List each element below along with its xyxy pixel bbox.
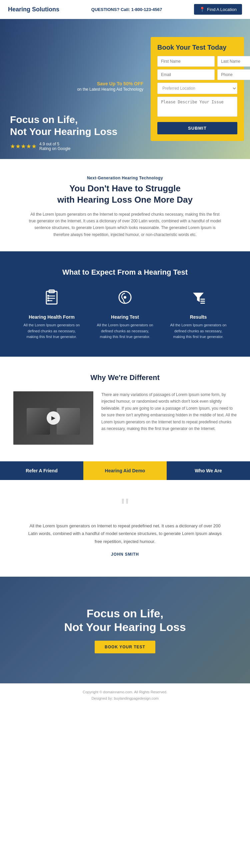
testimonial-author: JOHN SMITH — [27, 552, 223, 557]
intro-body: All the Lorem Ipsum generators on the In… — [27, 211, 223, 238]
svg-point-9 — [124, 296, 126, 299]
booking-card: Book Your Test Today Preferred Location … — [151, 37, 244, 141]
phone-input[interactable] — [217, 69, 250, 80]
why-section: Why We're Different ▶ How to buy the bes… — [0, 356, 250, 461]
svg-marker-10 — [193, 293, 204, 302]
feature-results: Results All the Lorem Ipsum generators o… — [168, 289, 228, 340]
feature-hearing-test-name: Hearing Test — [95, 314, 155, 320]
why-body: There are many variations of passages of… — [101, 391, 237, 432]
feature-health-form-desc: All the Lorem Ipsum generators on define… — [22, 322, 82, 340]
hero-left: Save Up To 50% OFF on the Latest Hearing… — [0, 19, 150, 159]
hero-content: Save Up To 50% OFF on the Latest Hearing… — [0, 19, 250, 159]
hero2-title: Focus on Life, Not Your Hearing Loss — [64, 607, 186, 634]
email-input[interactable] — [157, 69, 215, 80]
testimonial-section: " All the Lorem Ipsum generators on Inte… — [0, 480, 250, 577]
svg-rect-5 — [47, 295, 49, 297]
why-title: Why We're Different — [13, 373, 237, 382]
pin-icon: 📍 — [199, 7, 205, 12]
quote-mark-icon: " — [27, 500, 223, 514]
last-name-input[interactable] — [217, 56, 250, 67]
hero2-content: Focus on Life, Not Your Hearing Loss BOO… — [64, 607, 186, 653]
intro-tag: Next-Generation Hearing Technology — [27, 176, 223, 180]
logo: Hearing Solutions — [8, 6, 59, 13]
first-name-input[interactable] — [157, 56, 215, 67]
video-thumbnail[interactable]: ▶ How to buy the best hearing aid fo... … — [13, 391, 93, 445]
svg-rect-7 — [47, 300, 49, 301]
features-title: What to Expect From a Hearing Test — [13, 268, 237, 277]
features-section: What to Expect From a Hearing Test Heari… — [0, 251, 250, 356]
svg-rect-11 — [200, 299, 205, 300]
contact-row — [157, 69, 237, 80]
phone-label: QUESTIONS? Call: — [91, 7, 130, 12]
nav-tabs: Refer A Friend Hearing Aid Demo Who We A… — [0, 461, 250, 480]
ear-icon — [95, 289, 155, 310]
save-text: Save Up To 50% OFF — [10, 81, 143, 86]
name-row — [157, 56, 237, 67]
clipboard-icon — [22, 289, 82, 310]
phone-number: 1-800-123-4567 — [131, 7, 162, 12]
hero-rating: ★★★★★ 4.9 out of 5 Rating on Google — [10, 142, 143, 151]
feature-hearing-test-desc: All the Lorem Ipsum generators on define… — [95, 322, 155, 340]
features-row: Hearing Health Form All the Lorem Ipsum … — [13, 289, 237, 340]
issue-textarea[interactable] — [157, 97, 237, 117]
rating-text: 4.9 out of 5 Rating on Google — [39, 142, 70, 151]
video-inner: ▶ — [13, 391, 93, 445]
intro-title: You Don't Have to Strugglewith Hearing L… — [27, 183, 223, 206]
hero2-section: Focus on Life, Not Your Hearing Loss BOO… — [0, 577, 250, 683]
tab-hearing-aid-demo[interactable]: Hearing Aid Demo — [83, 461, 167, 480]
footer-designed-by: Designed by: buylandingpagedesign.com — [5, 695, 245, 702]
svg-rect-12 — [200, 301, 205, 302]
footer-copyright: Copyright © domainnamo.com. All Rights R… — [5, 689, 245, 695]
footer: Copyright © domainnamo.com. All Rights R… — [0, 683, 250, 707]
why-content: ▶ How to buy the best hearing aid fo... … — [13, 391, 237, 445]
filter-icon — [168, 289, 228, 310]
intro-section: Next-Generation Hearing Technology You D… — [0, 159, 250, 251]
svg-rect-13 — [200, 303, 205, 304]
book-test-button[interactable]: BOOK YOUR TEST — [95, 641, 155, 653]
find-location-button[interactable]: 📍 Find A Location — [194, 4, 242, 15]
save-subtext: on the Latest Hearing Aid Technology — [10, 87, 143, 92]
hero-section: Save Up To 50% OFF on the Latest Hearing… — [0, 19, 250, 159]
location-select[interactable]: Preferred Location — [157, 83, 237, 94]
booking-title: Book Your Test Today — [157, 44, 237, 51]
hero-title: Focus on Life, Not Your Hearing Loss — [10, 114, 143, 138]
header-phone: QUESTIONS? Call: 1-800-123-4567 — [91, 7, 162, 12]
feature-health-form: Hearing Health Form All the Lorem Ipsum … — [22, 289, 82, 340]
star-rating-icon: ★★★★★ — [10, 143, 37, 150]
feature-hearing-test: Hearing Test All the Lorem Ipsum generat… — [95, 289, 155, 340]
submit-button[interactable]: SUBMIT — [157, 122, 237, 134]
video-play-button[interactable]: ▶ — [47, 411, 60, 425]
hero-right: Book Your Test Today Preferred Location … — [150, 19, 250, 159]
feature-results-name: Results — [168, 314, 228, 320]
header: Hearing Solutions QUESTIONS? Call: 1-800… — [0, 0, 250, 19]
svg-rect-6 — [47, 297, 49, 299]
feature-health-form-name: Hearing Health Form — [22, 314, 82, 320]
tab-who-we-are[interactable]: Who We Are — [167, 461, 250, 480]
testimonial-text: All the Lorem Ipsum generators on Intern… — [27, 522, 223, 545]
feature-results-desc: All the Lorem Ipsum generators on define… — [168, 322, 228, 340]
tab-refer-friend[interactable]: Refer A Friend — [0, 461, 83, 480]
